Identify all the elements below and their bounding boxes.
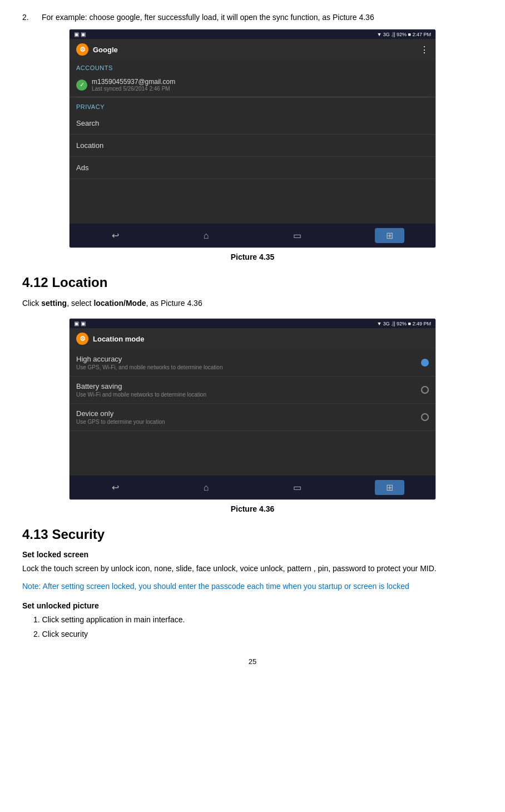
account-check-icon: ✓ [76, 80, 87, 91]
accounts-header: ACCOUNTS [70, 60, 435, 73]
navbar-435: ↩ ⌂ ▭ ⊞ [70, 224, 435, 247]
location-high-accuracy: High accuracy Use GPS, Wi-Fi, and mobile… [70, 349, 435, 377]
empty-space-435 [70, 179, 435, 224]
picture-436-screenshot: ▣ ▣ ▼ 3G .|| 92% ■ 2:49 PM ⚙ Location mo… [69, 318, 436, 500]
set-locked-title: Set locked screen [22, 550, 483, 559]
statusbar-left: ▣ ▣ [74, 31, 86, 37]
intro-line: 2. For example: choose google, fter succ… [22, 11, 483, 23]
nav-home-435: ⌂ [192, 229, 220, 243]
section-412-title: 4.12 Location [22, 275, 483, 290]
account-item: ✓ m13590455937@gmail.com Last synced 5/2… [70, 73, 435, 97]
location-device-only: Device only Use GPS to determine your lo… [70, 404, 435, 431]
nav-home-436: ⌂ [192, 481, 220, 495]
unlocked-step-2: 2. Click security [33, 628, 483, 641]
step-2-text: Click security [42, 630, 88, 638]
statusbar-436-left: ▣ ▣ [74, 320, 86, 326]
navbar-436: ↩ ⌂ ▭ ⊞ [70, 476, 435, 499]
menu-location: Location [70, 135, 435, 157]
google-gear-icon: ⚙ [76, 43, 88, 56]
caption-435: Picture 4.35 [22, 252, 483, 261]
menu-icon-435: ⋮ [420, 44, 429, 55]
note-text: Note: After setting screen locked, you s… [22, 580, 483, 593]
statusbar-info-right: ▼ 3G .|| 92% ■ 2:47 PM [377, 32, 431, 37]
nav-screenshot-436: ⊞ [375, 480, 404, 495]
statusbar-436-right: ▼ 3G .|| 92% ■ 2:49 PM [377, 321, 431, 326]
phone-content-436: High accuracy Use GPS, Wi-Fi, and mobile… [70, 349, 435, 476]
statusbar-right: ▼ 3G .|| 92% ■ 2:47 PM [377, 32, 431, 37]
step-1-text: Click setting application in main interf… [42, 615, 185, 624]
radio-high-accuracy [421, 359, 429, 367]
app-title-436: Location mode [93, 335, 144, 343]
titlebar-435: ⚙ Google ⋮ [70, 39, 435, 60]
account-email: m13590455937@gmail.com [92, 78, 175, 86]
account-sync: Last synced 5/26/2014 2:46 PM [92, 86, 175, 92]
menu-ads: Ads [70, 157, 435, 179]
location-item-text-2: Battery saving Use Wi-Fi and mobile netw… [76, 382, 206, 398]
nav-recents-436: ▭ [282, 480, 313, 495]
location-sub-3: Use GPS to determine your location [76, 419, 165, 425]
nav-recents-435: ▭ [282, 228, 313, 243]
nav-screenshot-435: ⊞ [375, 228, 404, 243]
section-413-title: 4.13 Security [22, 527, 483, 542]
location-sub-1: Use GPS, Wi-Fi, and mobile networks to d… [76, 364, 222, 370]
page-number: 25 [22, 657, 483, 666]
privacy-header: PRIVACY [70, 97, 435, 112]
location-title-1: High accuracy [76, 355, 222, 363]
location-title-2: Battery saving [76, 382, 206, 390]
nav-back-435: ↩ [101, 228, 130, 243]
radio-device-only [421, 413, 429, 421]
titlebar-436: ⚙ Location mode [70, 328, 435, 349]
caption-436: Picture 4.36 [22, 504, 483, 513]
bold-setting: setting [41, 299, 67, 308]
unlocked-step-1: 1. Click setting application in main int… [33, 613, 483, 627]
phone-content-435: ACCOUNTS ✓ m13590455937@gmail.com Last s… [70, 60, 435, 224]
picture-435-screenshot: ▣ ▣ ▼ 3G .|| 92% ■ 2:47 PM ⚙ Google ⋮ AC… [69, 29, 436, 248]
empty-space-436 [70, 431, 435, 476]
location-title-3: Device only [76, 409, 165, 418]
statusbar-436-info: ▼ 3G .|| 92% ■ 2:49 PM [377, 321, 431, 326]
section-412-desc: Click setting, select location/Mode, as … [22, 297, 483, 310]
set-unlocked-title: Set unlocked picture [22, 601, 483, 610]
step-number: 2. [22, 13, 29, 22]
bold-location-mode: location/Mode [93, 299, 146, 308]
statusbar-436-icons: ▣ ▣ [74, 320, 86, 326]
gear-symbol: ⚙ [80, 46, 86, 53]
location-battery-saving: Battery saving Use Wi-Fi and mobile netw… [70, 377, 435, 404]
location-item-text-1: High accuracy Use GPS, Wi-Fi, and mobile… [76, 355, 222, 370]
menu-search: Search [70, 112, 435, 135]
location-sub-2: Use Wi-Fi and mobile networks to determi… [76, 392, 206, 398]
nav-back-436: ↩ [101, 480, 130, 495]
radio-battery-saving [421, 386, 429, 394]
location-gear-icon: ⚙ [76, 333, 88, 345]
security-section: 4.13 Security Set locked screen Lock the… [22, 527, 483, 641]
account-info: m13590455937@gmail.com Last synced 5/26/… [92, 78, 175, 92]
statusbar-icons-left: ▣ ▣ [74, 31, 86, 37]
location-item-text-3: Device only Use GPS to determine your lo… [76, 409, 165, 425]
statusbar-436: ▣ ▣ ▼ 3G .|| 92% ■ 2:49 PM [70, 319, 435, 328]
locked-desc: Lock the touch screen by unlock icon, no… [22, 562, 483, 576]
app-title-435: Google [93, 46, 118, 54]
gear-symbol-436: ⚙ [80, 335, 86, 343]
intro-description: For example: choose google, fter success… [42, 13, 374, 22]
statusbar-435: ▣ ▣ ▼ 3G .|| 92% ■ 2:47 PM [70, 29, 435, 39]
